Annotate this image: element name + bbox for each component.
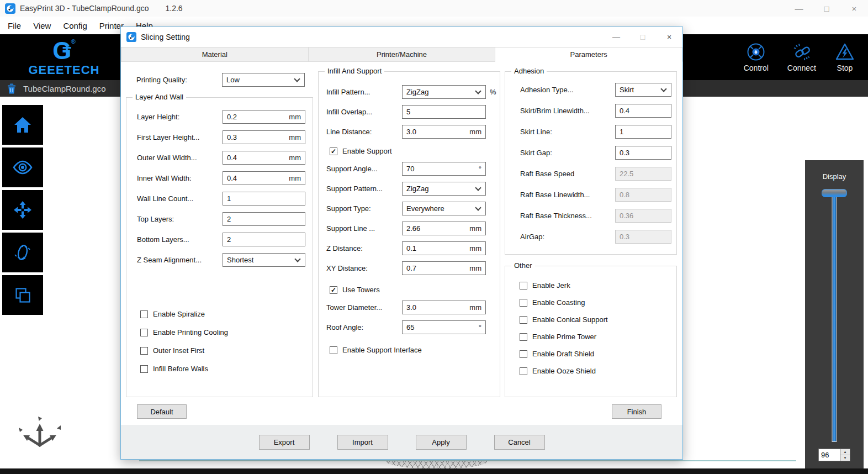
home-view-button[interactable] xyxy=(2,105,43,145)
wall-line-count-label: Wall Line Count... xyxy=(137,194,223,203)
enable-conical-support-checkbox[interactable]: Enable Conical Support xyxy=(520,315,671,324)
file-tab[interactable]: TubeClampRound.gco xyxy=(23,84,106,93)
roof-angle-input[interactable]: 65° xyxy=(402,320,486,334)
support-line-input[interactable]: 2.66mm xyxy=(402,222,486,235)
chevron-down-icon xyxy=(660,86,666,92)
infill-overlap-input[interactable]: 5 xyxy=(402,105,486,119)
support-type-select[interactable]: Everywhere xyxy=(402,202,486,215)
dialog-close-button[interactable]: × xyxy=(656,27,682,47)
layer-height-input[interactable]: 0.2mm xyxy=(223,110,305,124)
outer-wall-width-input[interactable]: 0.4mm xyxy=(223,151,305,165)
dialog-minimize-button[interactable]: — xyxy=(603,27,629,47)
rotate-button[interactable] xyxy=(2,233,43,272)
finish-button[interactable]: Finish xyxy=(612,404,661,419)
line-distance-input[interactable]: 3.0mm xyxy=(402,125,486,139)
infill-before-walls-checkbox[interactable]: Infill Before Walls xyxy=(140,364,305,373)
xy-distance-input[interactable]: 0.7mm xyxy=(402,261,486,275)
enable-ooze-shield-checkbox[interactable]: Enable Ooze Shield xyxy=(520,366,671,376)
menu-file[interactable]: File xyxy=(8,21,21,30)
connect-icon xyxy=(791,42,813,62)
scale-button[interactable] xyxy=(2,275,43,315)
default-button[interactable]: Default xyxy=(137,404,187,419)
first-layer-height-input[interactable]: 0.3mm xyxy=(223,130,305,144)
enable-spiralize-checkbox[interactable]: Enable Spiralize xyxy=(140,309,305,319)
import-button[interactable]: Import xyxy=(337,435,388,450)
enable-printing-cooling-checkbox[interactable]: Enable Printing Cooling xyxy=(140,328,305,337)
window-titlebar: EasyPrint 3D - TubeClampRound.gco 1.2.6 … xyxy=(0,0,868,17)
display-slider-track[interactable] xyxy=(832,194,837,442)
stop-button[interactable]: Stop xyxy=(835,42,855,72)
tower-diameter-input[interactable]: 3.0mm xyxy=(402,301,486,314)
checkbox-box xyxy=(140,347,148,355)
input-value: 22.5 xyxy=(620,170,667,178)
support-pattern-select[interactable]: ZigZag xyxy=(402,182,486,196)
close-button[interactable]: × xyxy=(840,0,868,17)
unit-label: mm xyxy=(469,303,481,312)
skirt-line-label: Skirt Line: xyxy=(520,128,615,136)
top-layers-input[interactable]: 2 xyxy=(223,212,305,226)
control-button[interactable]: Control xyxy=(744,42,769,72)
adhesion-type-select[interactable]: Skirt xyxy=(615,83,671,97)
field-row: Wall Line Count...1 xyxy=(137,192,305,206)
enable-support-interface-checkbox[interactable]: Enable Support Interface xyxy=(330,345,494,355)
display-slider-handle[interactable] xyxy=(822,189,847,197)
input-value: 1 xyxy=(227,194,301,203)
spinner-up-icon[interactable]: ▲ xyxy=(840,449,850,455)
control-icon xyxy=(746,42,766,62)
checkbox-label: Enable Jerk xyxy=(532,281,570,289)
enable-prime-tower-checkbox[interactable]: Enable Prime Tower xyxy=(520,332,671,341)
outer-inset-first-checkbox[interactable]: Outer Inset First xyxy=(140,346,305,355)
tab-material[interactable]: Material xyxy=(121,47,309,62)
enable-support-checkbox[interactable]: ✓Enable Support xyxy=(330,146,494,156)
bottom-layers-input[interactable]: 2 xyxy=(223,233,305,246)
field-row: Outer Wall Width...0.4mm xyxy=(137,151,305,165)
display-value-input[interactable]: 96 xyxy=(818,449,840,461)
maximize-button[interactable]: □ xyxy=(813,0,840,17)
checkbox-label: Use Towers xyxy=(342,286,380,294)
z-distance-input[interactable]: 0.1mm xyxy=(402,241,486,255)
roof-angle-label: Roof Angle: xyxy=(326,323,402,331)
bottom-layers-label: Bottom Layers... xyxy=(137,235,223,244)
skirt-line-input[interactable]: 1 xyxy=(615,125,671,139)
enable-draft-shield-checkbox[interactable]: Enable Draft Shield xyxy=(520,349,671,359)
apply-button[interactable]: Apply xyxy=(416,435,467,450)
inner-wall-width-input[interactable]: 0.4mm xyxy=(223,171,305,185)
wall-line-count-input[interactable]: 1 xyxy=(223,192,305,206)
home-icon xyxy=(13,115,33,134)
connect-button[interactable]: Connect xyxy=(787,42,816,72)
delete-model-button[interactable] xyxy=(7,83,17,94)
raft-base-thickness-label: Raft Base Thickness... xyxy=(520,212,615,220)
checkbox-label: Outer Inset First xyxy=(153,346,204,355)
input-value: 0.2 xyxy=(227,113,289,121)
dialog-maximize-button[interactable]: □ xyxy=(629,27,656,47)
use-towers-checkbox[interactable]: ✓Use Towers xyxy=(330,285,494,294)
support-angle-input[interactable]: 70° xyxy=(402,162,486,176)
enable-jerk-checkbox[interactable]: Enable Jerk xyxy=(520,281,671,290)
z-seam-alignment-select[interactable]: Shortest xyxy=(223,253,305,267)
checkbox-label: Enable Ooze Shield xyxy=(532,367,596,375)
minimize-button[interactable]: — xyxy=(785,0,813,17)
app-version: 1.2.6 xyxy=(165,4,182,13)
enable-coasting-checkbox[interactable]: Enable Coasting xyxy=(520,298,671,307)
cancel-button[interactable]: Cancel xyxy=(494,435,545,450)
skirt-brim-linewidth-input[interactable]: 0.4 xyxy=(615,104,671,118)
menu-view[interactable]: View xyxy=(33,21,51,30)
selected-value: Shortest xyxy=(227,256,294,264)
checkbox-box xyxy=(520,367,527,375)
menu-config[interactable]: Config xyxy=(63,21,87,30)
export-button[interactable]: Export xyxy=(259,435,310,450)
infill-pattern-select[interactable]: ZigZag xyxy=(402,85,486,99)
view-button[interactable] xyxy=(2,148,43,187)
tab-parameters[interactable]: Parameters xyxy=(495,47,682,62)
checkbox-label: Enable Support xyxy=(342,147,392,155)
printing-quality-select[interactable]: Low xyxy=(222,73,305,87)
dialog-controls: — □ × xyxy=(603,27,682,47)
group-adhesion: Adhesion Adhesion Type...SkirtSkirt/Brim… xyxy=(505,71,677,255)
xy-distance-label: XY Distance: xyxy=(326,264,402,272)
display-panel: Display 96 ▲ ▼ xyxy=(805,160,864,468)
spinner-down-icon[interactable]: ▼ xyxy=(840,455,850,461)
skirt-gap-input[interactable]: 0.3 xyxy=(615,146,671,160)
checkbox-box: ✓ xyxy=(330,286,337,294)
move-button[interactable] xyxy=(2,190,43,230)
tab-printer-machine[interactable]: Printer/Machine xyxy=(309,47,496,62)
